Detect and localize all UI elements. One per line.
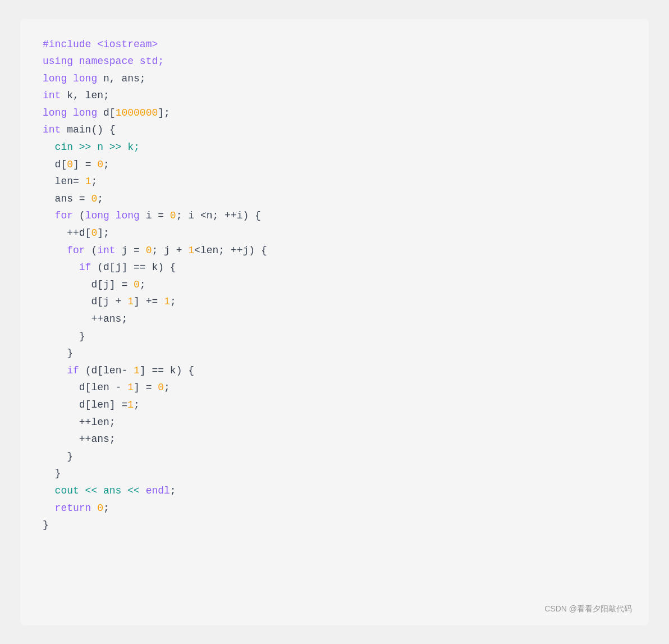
code-token: ]; (158, 107, 170, 118)
code-token: main() { (61, 124, 115, 135)
code-token: j = (116, 245, 146, 256)
code-token: long long (43, 107, 97, 118)
code-token: k, len; (61, 90, 109, 101)
code-token: for (55, 210, 73, 221)
code-token: 0 (97, 503, 103, 514)
code-token: int (43, 90, 61, 101)
code-token: 1 (127, 399, 134, 410)
code-token: if (79, 262, 91, 273)
code-line: using namespace std; (43, 53, 626, 70)
code-token: 1 (134, 365, 140, 376)
code-token: #include <iostream> (43, 39, 158, 50)
code-token: ; (164, 382, 170, 393)
code-token: ++d[ (43, 227, 91, 239)
code-token: ; j + (152, 245, 188, 256)
code-line: len= 1; (43, 173, 626, 190)
code-token: for (67, 245, 85, 256)
code-line: return 0; (43, 500, 626, 517)
code-token: ; (97, 193, 103, 204)
code-line: cin >> n >> k; (43, 139, 626, 156)
code-token: 0 (91, 193, 97, 204)
code-line: ++ans; (43, 310, 626, 328)
code-token: } (43, 451, 73, 462)
code-token: using namespace std; (43, 56, 164, 67)
code-token: 1 (188, 245, 194, 256)
code-token: ; (103, 503, 109, 514)
code-line: d[0] = 0; (43, 156, 626, 173)
code-token: 1 (127, 382, 134, 393)
code-token: ] = (73, 159, 97, 170)
code-token: cout << ans << (43, 485, 146, 496)
code-token: endl (146, 485, 170, 496)
code-token: ans = (43, 193, 91, 204)
code-token: if (67, 365, 79, 376)
code-token: cin >> n >> k; (43, 141, 140, 153)
code-token: len= (43, 176, 85, 187)
code-token: 0 (146, 245, 152, 256)
code-token: d[ (43, 159, 67, 170)
code-token: int (43, 124, 61, 135)
code-token: ( (85, 245, 98, 256)
code-token: d[ (97, 107, 115, 118)
code-token: 1 (127, 296, 134, 307)
code-token: ( (73, 210, 85, 221)
code-token: i = (140, 210, 170, 221)
code-token: ++len; (43, 417, 116, 428)
code-token: return (55, 503, 91, 514)
code-line: d[j + 1] += 1; (43, 293, 626, 310)
code-line: ans = 0; (43, 190, 626, 208)
code-line: for (long long i = 0; i <n; ++i) { (43, 207, 626, 225)
code-line: } (43, 517, 626, 534)
code-token: 0 (91, 227, 97, 239)
watermark: CSDN @看看夕阳敲代码 (544, 604, 632, 614)
code-token: 0 (158, 382, 164, 393)
code-token: ] += (134, 296, 164, 307)
code-line: ++len; (43, 414, 626, 431)
code-token: ++ans; (43, 313, 127, 325)
code-line: d[len] =1; (43, 396, 626, 414)
code-line: } (43, 465, 626, 482)
code-token: ; (170, 296, 176, 307)
code-line: int k, len; (43, 87, 626, 104)
code-token (91, 503, 97, 514)
code-token: 1 (85, 176, 91, 187)
code-line: } (43, 328, 626, 345)
code-token: d[len] = (43, 399, 127, 410)
code-token: (d[len- (79, 365, 134, 376)
code-token: int (97, 245, 115, 256)
code-token (43, 245, 67, 256)
code-token: long long (43, 73, 97, 84)
code-token: (d[j] == k) { (91, 262, 176, 273)
code-token: long long (85, 210, 140, 221)
code-token: 0 (67, 159, 73, 170)
code-token: 0 (97, 159, 103, 170)
code-token: <len; ++j) { (194, 245, 267, 256)
code-token: ++ans; (43, 433, 116, 445)
code-token: d[j + (43, 296, 127, 307)
code-line: if (d[len- 1] == k) { (43, 362, 626, 380)
code-line: } (43, 345, 626, 362)
code-token: } (43, 519, 49, 531)
code-line: #include <iostream> (43, 36, 626, 53)
code-token: ; (91, 176, 97, 187)
code-token: ] = (134, 382, 158, 393)
code-token: 1000000 (116, 107, 158, 118)
code-line: d[j] = 0; (43, 276, 626, 294)
code-token: n, ans; (97, 73, 145, 84)
code-token: ; (140, 279, 146, 290)
code-token (43, 365, 67, 376)
code-token: } (43, 331, 85, 342)
code-token: ; (170, 485, 176, 496)
code-line: for (int j = 0; j + 1<len; ++j) { (43, 242, 626, 259)
code-token: } (43, 468, 61, 479)
code-line: } (43, 448, 626, 465)
code-line: long long d[1000000]; (43, 104, 626, 122)
code-line: cout << ans << endl; (43, 482, 626, 500)
code-token: ] == k) { (140, 365, 194, 376)
code-token: d[len - (43, 382, 127, 393)
code-token: ; (134, 399, 140, 410)
code-token: 0 (134, 279, 140, 290)
code-container: #include <iostream>using namespace std;l… (20, 19, 649, 625)
code-token: 1 (164, 296, 170, 307)
code-token: d[j] = (43, 279, 134, 290)
